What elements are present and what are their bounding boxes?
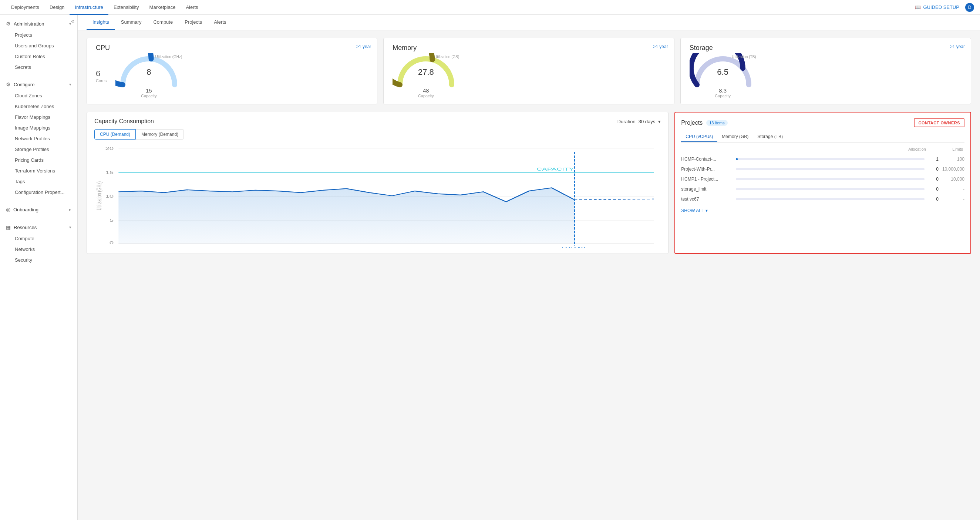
- project-allocation: 0: [928, 187, 939, 192]
- nav-item-alerts[interactable]: Alerts: [181, 0, 203, 15]
- bottom-row: Capacity Consumption Duration 30 days ▾ …: [87, 112, 971, 254]
- sidebar-item-custom-roles[interactable]: Custom Roles: [0, 51, 77, 62]
- svg-text:CAPACITY: CAPACITY: [536, 167, 574, 172]
- gauge-cores-label: Cores: [96, 78, 107, 83]
- dark-mode-button[interactable]: D: [965, 3, 974, 12]
- contact-owners-button[interactable]: CONTACT OWNERS: [914, 118, 964, 127]
- section-label-administration: Administration: [14, 21, 44, 27]
- allocation-header: Allocation: [889, 147, 926, 152]
- gauge-period: >1 year: [356, 44, 371, 49]
- main-content: InsightsSummaryComputeProjectsAlerts CPU…: [78, 15, 980, 520]
- gauge-svg-wrap: Utilization (GHz) 8 15 Capacity: [115, 53, 182, 98]
- sub-tabs-bar: InsightsSummaryComputeProjectsAlerts: [78, 15, 980, 30]
- sidebar-item-flavor-mappings[interactable]: Flavor Mappings: [0, 112, 77, 123]
- gauge-cores-value: 6: [96, 69, 107, 78]
- project-name: HCMP1 - Project...: [681, 177, 733, 182]
- insights-content: CPU >1 year 6 Cores Utilization (GHz) 8 …: [78, 30, 980, 261]
- nav-item-extensibility[interactable]: Extensibility: [108, 0, 144, 15]
- sidebar-section-header-administration[interactable]: ⚙Administration▾: [0, 18, 77, 30]
- sub-tab-alerts[interactable]: Alerts: [208, 15, 232, 30]
- sidebar-item-tags[interactable]: Tags: [0, 176, 77, 187]
- duration-select[interactable]: Duration 30 days ▾: [617, 119, 661, 124]
- dark-mode-label: D: [968, 5, 972, 10]
- projects-header: Projects 13 items CONTACT OWNERS: [681, 118, 964, 127]
- duration-value[interactable]: 30 days: [638, 119, 655, 124]
- sidebar-section-header-configure[interactable]: ⚙Configure▾: [0, 78, 77, 90]
- gauge-bottom-value: 8.3: [715, 87, 731, 94]
- gauge-title: Storage: [690, 44, 962, 52]
- sidebar-section-administration: ⚙Administration▾ProjectsUsers and Groups…: [0, 15, 77, 75]
- sidebar-item-kubernetes-zones[interactable]: Kubernetes Zones: [0, 101, 77, 112]
- svg-text:10: 10: [105, 194, 114, 199]
- project-row: Project-With-Pr... 0 10,000,000: [681, 164, 964, 174]
- section-icon-configure: ⚙: [6, 81, 11, 87]
- svg-line-15: [574, 199, 654, 200]
- nav-item-marketplace[interactable]: Marketplace: [144, 0, 181, 15]
- sidebar-item-networks[interactable]: Networks: [0, 244, 77, 255]
- sidebar-item-image-mappings[interactable]: Image Mappings: [0, 123, 77, 133]
- sidebar-section-header-onboarding[interactable]: ◎Onboarding▸: [0, 204, 77, 215]
- sub-tab-projects[interactable]: Projects: [179, 15, 208, 30]
- gauge-util-label: Utilization (GHz): [155, 55, 182, 59]
- sidebar-item-configuration-propert[interactable]: Configuration Propert...: [0, 187, 77, 198]
- project-allocation: 0: [928, 196, 939, 202]
- section-label-onboarding: Onboarding: [13, 207, 38, 212]
- gauge-row: CPU >1 year 6 Cores Utilization (GHz) 8 …: [87, 38, 971, 104]
- sidebar-item-projects[interactable]: Projects: [0, 30, 77, 40]
- sub-tab-insights[interactable]: Insights: [87, 15, 115, 30]
- nav-item-deployments[interactable]: Deployments: [6, 0, 45, 15]
- gauge-title: Memory: [393, 44, 665, 52]
- projects-sub-tab-cpu-vcpus[interactable]: CPU (vCPUs): [681, 132, 718, 142]
- gauge-left: 6 Cores: [96, 69, 107, 83]
- project-name: storage_limit: [681, 187, 733, 192]
- chevron-down-icon[interactable]: ▾: [658, 119, 661, 124]
- capacity-chart-svg: 20 15 10 5 0 Utilization (GHz): [94, 144, 661, 247]
- sidebar-section-header-resources[interactable]: ▦Resources▾: [0, 221, 77, 233]
- svg-text:Utilization (GHz): Utilization (GHz): [95, 181, 103, 210]
- nav-item-design[interactable]: Design: [45, 0, 70, 15]
- sidebar-section-configure: ⚙Configure▾Cloud ZonesKubernetes ZonesFl…: [0, 75, 77, 201]
- limits-header: Limits: [926, 147, 963, 152]
- projects-table-header: Allocation Limits: [681, 147, 964, 152]
- sidebar-item-compute[interactable]: Compute: [0, 233, 77, 244]
- project-rows: HCMP-Contact-... 1 100 Project-With-Pr..…: [681, 154, 964, 204]
- project-limit: 100: [939, 156, 964, 162]
- project-limit: 10,000: [939, 177, 964, 182]
- gauge-card-cpu: CPU >1 year 6 Cores Utilization (GHz) 8 …: [87, 38, 377, 104]
- guided-setup-button[interactable]: 📖 GUIDED SETUP: [915, 5, 959, 10]
- show-all-button[interactable]: SHOW ALL ▾: [681, 204, 964, 213]
- gauge-container: Utilization (GB) 27.8 48 Capacity: [393, 53, 665, 98]
- nav-item-infrastructure[interactable]: Infrastructure: [70, 0, 108, 15]
- chart-tab-memory-demand[interactable]: Memory (Demand): [136, 129, 184, 140]
- project-name: HCMP-Contact-...: [681, 156, 733, 162]
- sidebar-item-users-and-groups[interactable]: Users and Groups: [0, 40, 77, 51]
- sidebar-item-storage-profiles[interactable]: Storage Profiles: [0, 144, 77, 155]
- section-label-configure: Configure: [14, 82, 34, 87]
- sidebar-collapse-button[interactable]: «: [71, 18, 74, 24]
- project-name: Project-With-Pr...: [681, 167, 733, 172]
- sub-tab-compute[interactable]: Compute: [147, 15, 179, 30]
- sub-tab-summary[interactable]: Summary: [115, 15, 148, 30]
- sidebar-item-cloud-zones[interactable]: Cloud Zones: [0, 90, 77, 101]
- gauge-bottom-label: Capacity: [418, 94, 434, 98]
- project-bar-wrap: [736, 158, 924, 160]
- gauge-svg-wrap: Utilization (TB) 6.5 8.3 Capacity: [690, 53, 756, 98]
- sidebar-item-security[interactable]: Security: [0, 255, 77, 265]
- section-icon-administration: ⚙: [6, 21, 11, 27]
- sidebar-content: ⚙Administration▾ProjectsUsers and Groups…: [0, 15, 77, 268]
- projects-sub-tab-memory-gb[interactable]: Memory (GB): [718, 132, 753, 142]
- chevron-down-icon: ▾: [705, 208, 708, 213]
- chevron-resources: ▾: [69, 225, 72, 230]
- chart-tab-cpu-demand[interactable]: CPU (Demand): [94, 129, 136, 140]
- gauge-util-label: Utilization (TB): [732, 55, 756, 59]
- projects-sub-tabs: CPU (vCPUs)Memory (GB)Storage (TB): [681, 132, 964, 142]
- project-allocation: 1: [928, 156, 939, 162]
- sidebar-item-network-profiles[interactable]: Network Profiles: [0, 133, 77, 144]
- projects-sub-tab-storage-tb[interactable]: Storage (TB): [753, 132, 787, 142]
- sidebar-item-pricing-cards[interactable]: Pricing Cards: [0, 155, 77, 166]
- sidebar-item-terraform-versions[interactable]: Terraform Versions: [0, 166, 77, 176]
- show-all-label: SHOW ALL: [681, 208, 704, 213]
- sidebar-item-secrets[interactable]: Secrets: [0, 62, 77, 73]
- gauge-center-value: 6.5: [717, 67, 729, 77]
- sidebar: « ⚙Administration▾ProjectsUsers and Grou…: [0, 15, 78, 520]
